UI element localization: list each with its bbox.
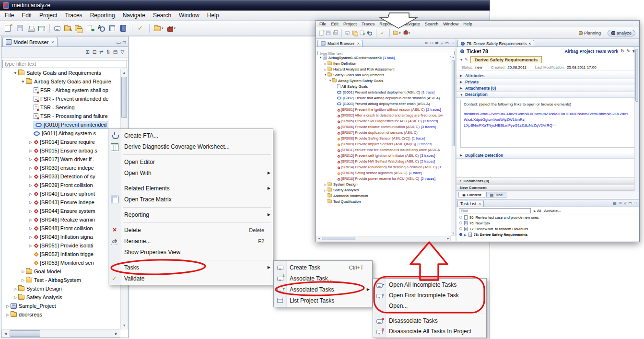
menu-navigate[interactable]: Navigate: [400, 21, 422, 27]
menu-item-open-first-incomplete-task[interactable]: Open First Incomplete Task: [373, 290, 486, 301]
expand-icon[interactable]: ▷: [28, 226, 34, 231]
perspective-analyze[interactable]: analyze: [608, 30, 635, 36]
task-list-item-76-new-task[interactable]: 76: New task: [457, 220, 639, 226]
menu-item-show-properties-view[interactable]: Show Properties View: [108, 246, 273, 257]
tree-item-sr017-warn-driver-if[interactable]: ▷[SR017] Warn driver if .: [2, 155, 120, 164]
menu-item-open-with[interactable]: Open With▶: [108, 167, 273, 178]
sync-doc-button[interactable]: [359, 29, 365, 37]
tree-item-sr005-provide-sw-diagnostics-for-acu-asi[interactable]: [SR005] Provide SW Diagnostics for ACU (…: [317, 118, 450, 124]
task-list-tab[interactable]: Task List ×: [457, 200, 484, 207]
save-button[interactable]: [325, 29, 332, 37]
menu-item-open[interactable]: Open...: [373, 301, 486, 311]
section-duplicate-detection[interactable]: ▶ Duplicate Detection: [457, 152, 639, 159]
ticket-editor-tab[interactable]: 78: Derive Safety Requiremenets ×: [457, 40, 534, 47]
expand-icon[interactable]: ▷: [20, 278, 26, 282]
menu-item-reporting[interactable]: Reporting▶: [108, 209, 273, 220]
link-with-editor-icon[interactable]: ⇄: [99, 50, 103, 55]
tree-item-sr039-front-collision[interactable]: ▷[SR039] Front collision: [2, 181, 120, 189]
tree-item-sr008-provide-safing-sensor-asil-c-c[interactable]: [SR008] Provide Safing Sensor (ASIL C(C)…: [317, 135, 450, 141]
scrollbar-thumb[interactable]: [635, 49, 638, 102]
menu-item-tasks[interactable]: Tasks▶: [108, 262, 273, 273]
section-attributes[interactable]: ▶ Attributes: [457, 73, 639, 79]
folder-pair-button[interactable]: [351, 30, 359, 36]
menu-item-open-all-incomplete-tasks[interactable]: Open All Incomplete Tasks: [373, 280, 486, 290]
ticket-title-field[interactable]: Derive Safety Requiremenets: [470, 56, 542, 63]
menu-item-create-task[interactable]: Create TaskCtrl+T: [274, 262, 372, 273]
menu-item-create-fta[interactable]: Create FTA...: [108, 130, 273, 141]
tree-item-additional-information[interactable]: Additional Information: [317, 193, 450, 199]
expand-icon[interactable]: ▷: [28, 175, 34, 179]
menu-item-disassociate-tasks[interactable]: Disassociate Tasks: [373, 316, 486, 326]
layout-icon[interactable]: ▤: [113, 50, 117, 55]
tree-item-hazard-analysis-and-risk-assessment[interactable]: ▷Hazard Analysis and Risk Assessment: [317, 66, 450, 72]
expand-icon[interactable]: ▷: [28, 235, 34, 239]
close-icon[interactable]: ×: [357, 41, 360, 46]
tree-item-g010-prevent-unintended[interactable]: [G010] Prevent unintended: [2, 120, 120, 129]
model-browser-tab[interactable]: Model Browser ×: [2, 37, 58, 47]
open-folder-button[interactable]: ▾: [152, 24, 165, 32]
menu-item-disassociate-all-tasks-in-project[interactable]: Disassociate All Tasks In Project: [373, 326, 486, 337]
sync-doc-button[interactable]: [84, 23, 95, 33]
tree-item-sr012-prevent-self-iginition-of-initiato[interactable]: [SR012] Prevent self-iginition of Initia…: [317, 152, 450, 158]
collapse-icon[interactable]: ▼: [12, 71, 18, 75]
close-icon[interactable]: ×: [528, 41, 531, 46]
tree-item-sr051-provide-isolati[interactable]: ▷[SR051] Provide isolati: [2, 241, 120, 250]
tree-item-safety-goals-and-requirements[interactable]: ▼Safety Goals and Requirements: [317, 72, 450, 78]
layout-icon[interactable]: ▤: [613, 201, 617, 205]
expand-icon[interactable]: ▷: [323, 62, 328, 65]
maximize-icon[interactable]: □: [123, 40, 126, 45]
search-button[interactable]: [96, 23, 107, 33]
tree-item-system-design[interactable]: ▷System Design: [317, 181, 450, 187]
menu-window[interactable]: Window: [441, 21, 461, 27]
maximize-icon[interactable]: □: [451, 41, 453, 45]
refresh-icon[interactable]: ↻: [621, 49, 624, 54]
tree-item-ab-safety-goals[interactable]: AB Safety Goals: [317, 83, 450, 89]
tree-item-system-design[interactable]: ▷System Design: [2, 284, 120, 293]
tree-item-airbag-system-safety-goals[interactable]: ▼Airbag System Safety Goals: [317, 78, 450, 83]
expand-icon[interactable]: ▷: [28, 157, 34, 162]
tree-item-g003-prevent-airbag-deployment-after-cra[interactable]: [G003] Prevent airbag deployment after c…: [317, 101, 450, 106]
tree-item-sr006-provide-reliable-communication-asi[interactable]: [SR006] Provide reliable communication (…: [317, 124, 450, 129]
maximize-icon[interactable]: □: [634, 201, 636, 205]
menu-item-list-project-tasks[interactable]: List Project Tasks: [274, 295, 372, 306]
expand-icon[interactable]: ▷: [28, 209, 34, 213]
close-icon[interactable]: ×: [479, 201, 481, 206]
tree-item-item-definition[interactable]: ▷Item Definition: [317, 60, 450, 66]
task-list-item-77-review-wrt-to-random-hw-faults[interactable]: 77: Review wrt. to random HW-faults: [457, 226, 639, 232]
task-list-item-78-derive-safety-requirements[interactable]: ▶78: Derive Safety Requirements: [457, 232, 639, 237]
expand-icon[interactable]: ▷: [28, 200, 34, 205]
tree-item-sr030-ensure-indepe[interactable]: ▷[SR030] ensure indepe: [2, 164, 120, 172]
tree-item-sr044-ensure-system[interactable]: ▷[SR044] Ensure system: [2, 207, 120, 215]
tree-item-goal-model[interactable]: ▷Goal Model: [2, 267, 120, 276]
menu-item-validate[interactable]: Validate: [108, 273, 273, 284]
all-filter[interactable]: ▶ All: [534, 209, 541, 213]
tree-item-safety-analysis[interactable]: ▷Safety Analysis: [2, 293, 120, 302]
search-button[interactable]: [365, 28, 374, 38]
tree-item-sr016-provide-power-reserve-for-acu-asil[interactable]: [SR016] Provide power reserve for ACU (A…: [317, 175, 450, 181]
tools-button[interactable]: ▾: [402, 30, 412, 36]
menu-project[interactable]: Project: [341, 21, 359, 27]
menu-item-rename[interactable]: Rename...F2: [108, 235, 273, 246]
tree-item-airbagsystem1-4conformancekit[interactable]: ▼AirbagSystem1.4ConformanceKit [1 task]: [317, 55, 450, 60]
menu-help[interactable]: Help: [203, 11, 223, 20]
table-button[interactable]: [37, 24, 47, 32]
task-list-item-36-review-test-case-and-provide-new-ones[interactable]: 36: Review test case and provide new one…: [457, 214, 639, 220]
validate-button[interactable]: [135, 23, 146, 33]
menu-edit[interactable]: Edit: [18, 11, 35, 20]
scrollbar-thumb[interactable]: [322, 237, 355, 240]
tree-item-sr015-safing-sensor-algorithm-asil-c[interactable]: [SR015] Safing sensor algorithm (ASIL C)…: [317, 170, 450, 175]
perspective-planning[interactable]: Planning: [575, 30, 604, 36]
expand-icon[interactable]: ▷: [323, 183, 328, 186]
tools-button[interactable]: ▾: [166, 24, 177, 33]
section-comments[interactable]: ▸ Comments (0): [457, 177, 639, 184]
tree-item-sr046-realize-warnin[interactable]: ▷[SR046] Realize warnin: [2, 215, 120, 224]
expand-icon[interactable]: ▷: [28, 166, 34, 170]
minimize-icon[interactable]: ▭: [629, 201, 632, 205]
tree-item-sr014-ensure-require[interactable]: ▷[SR014] Ensure require: [2, 138, 120, 146]
menu-traces[interactable]: Traces: [359, 21, 377, 27]
tree-item-sr052-inflation-trigge[interactable]: [SR052] Inflation trigge: [2, 250, 120, 258]
expand-icon[interactable]: ▷: [323, 188, 328, 192]
expand-icon[interactable]: ▷: [28, 149, 34, 153]
link-with-editor-icon[interactable]: ⇄: [435, 41, 439, 45]
filter-input[interactable]: [2, 60, 127, 68]
